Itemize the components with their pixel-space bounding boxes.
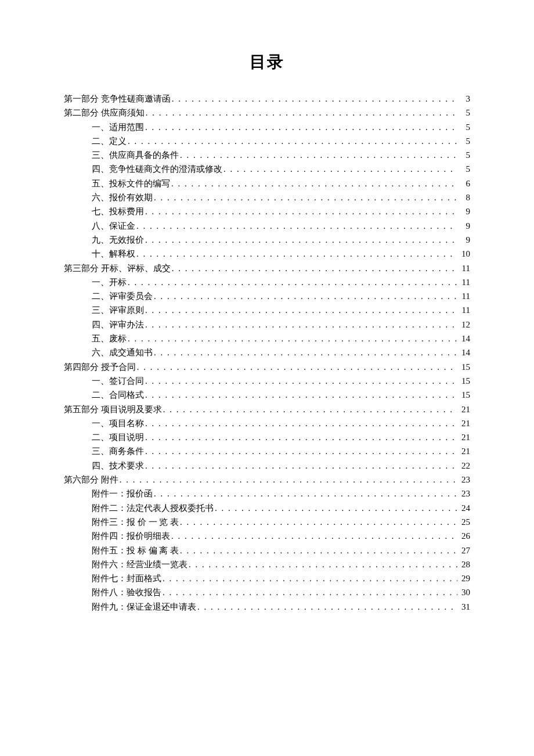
- toc-entry-page: 5: [457, 162, 470, 176]
- toc-entry-page: 27: [457, 543, 470, 557]
- toc-entry-label: 五、废标: [92, 332, 127, 345]
- toc-entry-page: 28: [457, 557, 470, 571]
- toc-dot-leader: [153, 345, 457, 359]
- toc-entry-label: 二、评审委员会: [92, 289, 153, 303]
- toc-entry-label: 第五部分 项目说明及要求: [64, 402, 162, 416]
- toc-entry-page: 5: [457, 106, 470, 120]
- toc-entry-label: 三、供应商具备的条件: [92, 148, 179, 162]
- toc-dot-leader: [144, 444, 457, 458]
- toc-entry-label: 四、评审办法: [92, 318, 144, 332]
- toc-dot-leader: [179, 515, 457, 529]
- toc-entry: 六、报价有效期8: [64, 190, 470, 204]
- toc-entry-page: 14: [457, 345, 470, 359]
- toc-dot-leader: [127, 275, 457, 289]
- toc-entry-page: 5: [457, 120, 470, 134]
- toc-dot-leader: [118, 473, 457, 487]
- toc-dot-leader: [136, 360, 457, 374]
- toc-entry-page: 3: [457, 92, 470, 106]
- toc-entry-page: 30: [457, 585, 470, 599]
- toc-entry-page: 9: [457, 204, 470, 218]
- toc-entry-page: 25: [457, 515, 470, 529]
- toc-entry-label: 附件八：验收报告: [92, 585, 161, 599]
- toc-entry-page: 11: [457, 261, 470, 275]
- toc-entry-page: 14: [457, 332, 470, 345]
- toc-entry: 六、成交通知书14: [64, 345, 470, 359]
- toc-entry: 附件七：封面格式29: [64, 571, 470, 585]
- toc-entry: 附件六：经营业绩一览表28: [64, 557, 470, 571]
- toc-dot-leader: [144, 318, 457, 332]
- toc-entry: 四、技术要求22: [64, 459, 470, 473]
- toc-entry-label: 四、技术要求: [92, 459, 144, 473]
- toc-dot-leader: [144, 303, 457, 317]
- page-title: 目录: [64, 51, 470, 73]
- toc-entry: 八、保证金9: [64, 219, 470, 233]
- toc-dot-leader: [144, 416, 457, 430]
- toc-entry: 三、评审原则11: [64, 303, 470, 317]
- toc-entry-page: 5: [457, 148, 470, 162]
- toc-entry-label: 附件九：保证金退还申请表: [92, 600, 196, 614]
- toc-entry-page: 11: [457, 275, 470, 289]
- toc-entry-page: 15: [457, 388, 470, 402]
- toc-entry-page: 8: [457, 190, 470, 204]
- toc-entry: 七、投标费用9: [64, 204, 470, 218]
- toc-dot-leader: [179, 543, 457, 557]
- toc-entry-page: 23: [457, 473, 470, 487]
- toc-dot-leader: [179, 148, 457, 162]
- toc-entry: 附件二：法定代表人授权委托书24: [64, 501, 470, 515]
- toc-entry: 第三部分 开标、评标、成交 11: [64, 261, 470, 275]
- toc-entry: 三、商务条件21: [64, 444, 470, 458]
- toc-entry-label: 三、商务条件: [92, 444, 144, 458]
- toc-entry-page: 21: [457, 402, 470, 416]
- toc-entry-label: 三、评审原则: [92, 303, 144, 317]
- toc-dot-leader: [144, 388, 457, 402]
- toc-dot-leader: [135, 247, 457, 261]
- toc-entry: 三、供应商具备的条件5: [64, 148, 470, 162]
- toc-entry-page: 24: [457, 501, 470, 515]
- toc-entry-page: 21: [457, 444, 470, 458]
- toc-entry-label: 一、适用范围: [92, 120, 144, 134]
- toc-dot-leader: [170, 529, 457, 543]
- toc-dot-leader: [161, 585, 457, 599]
- toc-entry-page: 21: [457, 430, 470, 444]
- toc-entry-page: 29: [457, 571, 470, 585]
- toc-entry-label: 第三部分 开标、评标、成交: [64, 261, 171, 275]
- toc-entry-label: 附件二：法定代表人授权委托书: [92, 501, 214, 515]
- toc-dot-leader: [127, 134, 457, 148]
- table-of-contents: 第一部分 竞争性磋商邀请函 3第二部分 供应商须知 5一、适用范围5二、定义5三…: [64, 92, 470, 614]
- toc-dot-leader: [127, 332, 457, 345]
- toc-entry: 一、开标11: [64, 275, 470, 289]
- toc-entry-label: 二、项目说明: [92, 430, 144, 444]
- toc-dot-leader: [145, 106, 457, 120]
- toc-dot-leader: [222, 162, 457, 176]
- toc-entry: 第六部分 附件 23: [64, 473, 470, 487]
- toc-entry: 一、项目名称21: [64, 416, 470, 430]
- toc-entry-label: 附件五：投 标 偏 离 表: [92, 543, 179, 557]
- toc-entry-label: 二、定义: [92, 134, 127, 148]
- toc-entry: 附件五：投 标 偏 离 表27: [64, 543, 470, 557]
- toc-entry: 第四部分 授予合同 15: [64, 360, 470, 374]
- toc-entry-page: 9: [457, 219, 470, 233]
- toc-dot-leader: [144, 120, 457, 134]
- toc-entry-label: 四、竞争性磋商文件的澄清或修改: [92, 162, 222, 176]
- toc-entry-label: 一、项目名称: [92, 416, 144, 430]
- toc-entry-label: 第一部分 竞争性磋商邀请函: [64, 92, 171, 106]
- toc-entry-page: 10: [457, 247, 470, 261]
- toc-entry: 十、解释权10: [64, 247, 470, 261]
- toc-entry-label: 第四部分 授予合同: [64, 360, 136, 374]
- toc-dot-leader: [144, 459, 457, 473]
- toc-entry: 附件三：报 价 一 览 表25: [64, 515, 470, 529]
- toc-dot-leader: [162, 402, 457, 416]
- toc-entry-page: 22: [457, 459, 470, 473]
- toc-dot-leader: [171, 92, 457, 106]
- toc-entry: 四、竞争性磋商文件的澄清或修改5: [64, 162, 470, 176]
- toc-entry-label: 一、开标: [92, 275, 127, 289]
- toc-entry-label: 八、保证金: [92, 219, 135, 233]
- toc-dot-leader: [161, 571, 457, 585]
- toc-dot-leader: [144, 204, 457, 218]
- toc-entry: 第五部分 项目说明及要求 21: [64, 402, 470, 416]
- toc-entry-label: 二、合同格式: [92, 388, 144, 402]
- toc-dot-leader: [187, 557, 457, 571]
- toc-entry-page: 15: [457, 360, 470, 374]
- toc-entry: 二、合同格式15: [64, 388, 470, 402]
- toc-entry: 五、投标文件的编写6: [64, 177, 470, 190]
